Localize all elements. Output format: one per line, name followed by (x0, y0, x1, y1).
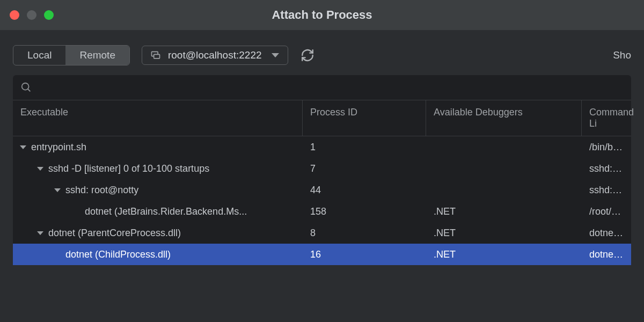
process-table: Executable Process ID Available Debugger… (13, 100, 631, 265)
tree-toggle[interactable] (36, 229, 44, 237)
cell-executable: dotnet (ParentCoreProcess.dll) (13, 228, 303, 239)
tab-local[interactable]: Local (13, 46, 65, 65)
cell-pid: 8 (303, 228, 426, 239)
exec-label: dotnet (ChildProcess.dll) (65, 249, 171, 260)
cell-executable: sshd -D [listener] 0 of 10-100 startups (13, 163, 303, 174)
col-cmdline[interactable]: Command Li (582, 100, 641, 136)
host-select[interactable]: root@localhost:2222 (142, 46, 288, 65)
cell-debuggers: .NET (426, 249, 582, 260)
cell-cmdline: dotnet /app/P (582, 228, 631, 239)
cell-pid: 44 (303, 185, 426, 196)
show-label[interactable]: Sho (613, 49, 631, 61)
cell-pid: 7 (303, 163, 426, 174)
cell-pid: 1 (303, 142, 426, 153)
tree-toggle (73, 208, 80, 215)
table-row[interactable]: entrypoint.sh1/bin/bash /app (13, 136, 631, 158)
toolbar: Local Remote root@localhost:2222 Sho (0, 30, 644, 75)
table-row[interactable]: dotnet (JetBrains.Rider.Backend.Ms...158… (13, 201, 631, 222)
chevron-down-icon (37, 167, 43, 171)
cell-debuggers: .NET (426, 228, 582, 239)
svg-line-3 (28, 89, 31, 92)
exec-label: dotnet (ParentCoreProcess.dll) (48, 228, 181, 239)
window-title: Attach to Process (272, 8, 372, 22)
table-header: Executable Process ID Available Debugger… (13, 100, 631, 136)
col-debuggers[interactable]: Available Debuggers (426, 100, 582, 136)
connection-tabs: Local Remote (13, 45, 130, 65)
svg-rect-1 (154, 54, 160, 58)
col-executable[interactable]: Executable (13, 100, 303, 136)
cell-cmdline: /root/.local/sh (582, 206, 631, 217)
remote-host-icon (150, 50, 162, 61)
traffic-lights (10, 10, 54, 20)
cell-executable: dotnet (ChildProcess.dll) (13, 249, 303, 260)
close-button[interactable] (10, 10, 19, 20)
cell-executable: dotnet (JetBrains.Rider.Backend.Ms... (13, 206, 303, 217)
cell-pid: 158 (303, 206, 426, 217)
tree-toggle (54, 251, 61, 258)
chevron-down-icon (54, 188, 61, 192)
maximize-button[interactable] (44, 10, 54, 20)
tree-toggle[interactable] (19, 143, 27, 151)
refresh-button[interactable] (300, 48, 315, 63)
svg-point-2 (22, 83, 29, 90)
cell-executable: sshd: root@notty (13, 185, 303, 196)
tree-toggle[interactable] (36, 165, 44, 172)
chevron-down-icon (20, 145, 26, 149)
exec-label: sshd: root@notty (65, 185, 138, 196)
tab-remote[interactable]: Remote (65, 46, 129, 65)
chevron-down-icon (272, 53, 279, 57)
cell-executable: entrypoint.sh (13, 142, 303, 153)
cell-cmdline: sshd: root@no (582, 185, 631, 196)
table-row[interactable]: dotnet (ChildProcess.dll)16.NETdotnet Ch… (13, 244, 631, 265)
col-pid[interactable]: Process ID (303, 100, 426, 136)
cell-cmdline: sshd: /usr/sbi (582, 163, 631, 174)
cell-cmdline: /bin/bash /app (582, 142, 631, 153)
table-row[interactable]: dotnet (ParentCoreProcess.dll)8.NETdotne… (13, 222, 631, 244)
cell-pid: 16 (303, 249, 426, 260)
exec-label: dotnet (JetBrains.Rider.Backend.Ms... (85, 206, 247, 217)
exec-label: sshd -D [listener] 0 of 10-100 startups (48, 163, 209, 174)
search-icon (20, 82, 32, 93)
minimize-button[interactable] (27, 10, 36, 20)
tree-toggle[interactable] (54, 186, 61, 194)
cell-cmdline: dotnet ChildP (582, 249, 631, 260)
cell-debuggers: .NET (426, 206, 582, 217)
titlebar: Attach to Process (0, 0, 644, 30)
search-row[interactable] (13, 75, 631, 100)
chevron-down-icon (37, 231, 43, 235)
table-body: entrypoint.sh1/bin/bash /appsshd -D [lis… (13, 136, 631, 265)
host-label: root@localhost:2222 (168, 49, 262, 61)
exec-label: entrypoint.sh (31, 142, 86, 153)
table-row[interactable]: sshd -D [listener] 0 of 10-100 startups7… (13, 158, 631, 179)
table-row[interactable]: sshd: root@notty44sshd: root@no (13, 179, 631, 201)
